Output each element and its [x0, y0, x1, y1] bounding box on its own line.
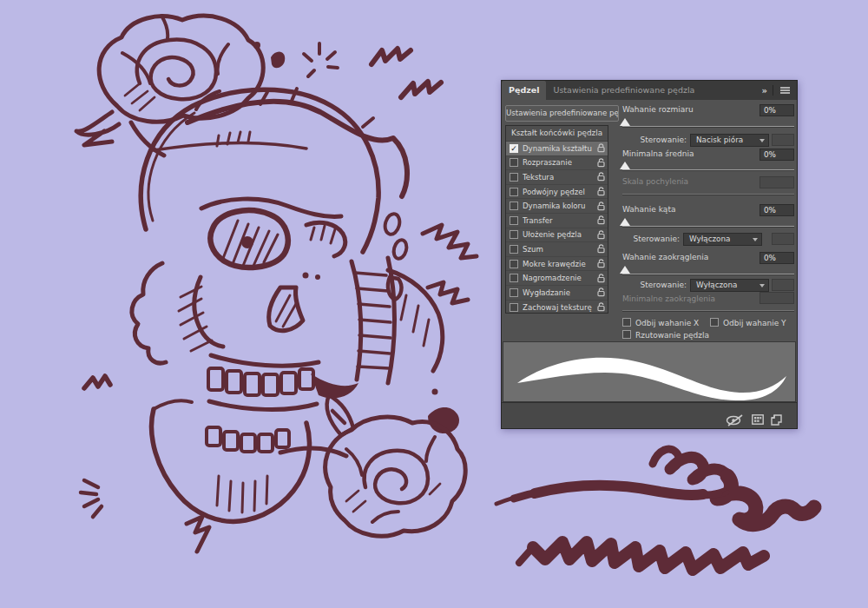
min-roundness-label: Minimalne zaokrąglenia: [622, 294, 715, 303]
size-control-extra-box: [772, 134, 794, 146]
angle-control-extra-box: [772, 233, 794, 245]
brush-tip-shape-item[interactable]: Kształt końcówki pędzla: [506, 126, 608, 142]
panel-tab-bar: Pędzel Ustawienia predefiniowane pędzla …: [502, 81, 797, 100]
checkbox[interactable]: [510, 188, 518, 196]
min-diameter-slider[interactable]: [622, 169, 794, 170]
lock-open-icon[interactable]: [597, 158, 605, 168]
list-item-noise[interactable]: Szum: [506, 242, 608, 257]
brush-projection-checkbox[interactable]: [622, 330, 631, 339]
preview-stroke: [503, 342, 795, 401]
angle-control-label: Sterowanie:: [615, 235, 680, 243]
checkbox[interactable]: [510, 245, 518, 254]
brush-preview-toggle-icon[interactable]: [726, 414, 744, 426]
flip-x-label: Odbij wahanie X: [635, 319, 699, 327]
list-item-brush-pose[interactable]: Ułożenie pędzla: [506, 228, 608, 243]
panel-bottom-bar: [502, 402, 797, 428]
list-item-color-dynamics[interactable]: Dynamika koloru: [506, 199, 608, 214]
min-roundness-slider-disabled: [622, 310, 794, 311]
min-diameter-slider-thumb[interactable]: [620, 162, 630, 169]
size-control-dropdown[interactable]: Nacisk pióra: [690, 134, 769, 147]
lock-open-icon[interactable]: [597, 287, 605, 297]
brush-test-strokes: [496, 449, 814, 570]
lock-open-icon[interactable]: [597, 187, 605, 196]
lock-open-icon[interactable]: [597, 215, 605, 225]
tab-brush[interactable]: Pędzel: [502, 81, 546, 100]
size-jitter-value[interactable]: 0%: [760, 104, 794, 116]
lock-open-icon[interactable]: [597, 302, 605, 312]
lock-closed-icon[interactable]: [597, 143, 605, 153]
list-item-protect-texture[interactable]: Zachowaj teksturę: [506, 301, 608, 315]
photoshop-canvas[interactable]: Pędzel Ustawienia predefiniowane pędzla …: [0, 0, 868, 608]
list-item-scattering[interactable]: Rozpraszanie: [506, 156, 608, 171]
panel-body: Ustawienia predefiniowane pędzla Kształt…: [502, 100, 797, 428]
brush-stroke-preview: [503, 341, 796, 402]
checkbox[interactable]: [510, 202, 518, 210]
brush-presets-button[interactable]: Ustawienia predefiniowane pędzla: [505, 105, 619, 122]
tab-brush-presets[interactable]: Ustawienia predefiniowane pędzla: [546, 81, 701, 100]
size-control-label: Sterowanie:: [622, 135, 687, 144]
list-item-transfer[interactable]: Transfer: [506, 214, 608, 228]
list-item-dual-brush[interactable]: Podwójny pędzel: [506, 185, 608, 200]
roundness-jitter-slider-thumb[interactable]: [620, 266, 630, 274]
brush-options-list: Kształt końcówki pędzla ✓ Dynamika kszta…: [505, 125, 608, 314]
size-jitter-label: Wahanie rozmiaru: [622, 105, 694, 114]
min-diameter-label: Minimalna średnia: [622, 149, 694, 158]
list-item-wet-edges[interactable]: Mokre krawędzie: [506, 257, 608, 272]
list-item-texture[interactable]: Tekstura: [506, 170, 608, 185]
angle-control-dropdown[interactable]: Wyłączona: [683, 233, 762, 246]
list-item-smoothing[interactable]: Wygładzanie: [506, 286, 608, 301]
preset-manager-icon[interactable]: [752, 414, 764, 425]
list-item-build-up[interactable]: Nagromadzenie: [506, 271, 608, 286]
roundness-jitter-value[interactable]: 0%: [760, 252, 794, 264]
size-jitter-slider-thumb[interactable]: [620, 118, 630, 126]
lock-open-icon[interactable]: [597, 274, 605, 283]
checkbox[interactable]: [510, 274, 518, 282]
checkbox[interactable]: [510, 216, 518, 225]
lock-open-icon[interactable]: [597, 202, 605, 211]
flip-y-checkbox[interactable]: [710, 318, 719, 327]
angle-jitter-slider[interactable]: [622, 226, 794, 227]
angle-jitter-slider-thumb[interactable]: [620, 218, 630, 226]
panel-menu-icon[interactable]: [779, 86, 791, 95]
list-item-shape-dynamics[interactable]: ✓ Dynamika kształtu: [506, 142, 608, 156]
collapse-panel-icon[interactable]: »: [762, 86, 766, 96]
tilt-scale-label: Skala pochylenia: [622, 177, 688, 186]
lock-open-icon[interactable]: [597, 230, 605, 240]
roundness-control-label: Sterowanie:: [622, 281, 687, 289]
checkbox-checked[interactable]: ✓: [510, 144, 518, 153]
angle-jitter-label: Wahanie kąta: [622, 205, 675, 214]
checkbox[interactable]: [510, 303, 518, 312]
min-roundness-value: [760, 292, 794, 304]
lock-open-icon[interactable]: [597, 244, 605, 254]
tilt-scale-value: [760, 176, 794, 188]
flip-y-label: Odbij wahanie Y: [723, 319, 786, 327]
min-diameter-value[interactable]: 0%: [760, 149, 794, 161]
lock-open-icon[interactable]: [597, 259, 605, 268]
checkbox[interactable]: [510, 230, 518, 239]
checkbox[interactable]: [510, 288, 518, 297]
checkbox[interactable]: [510, 158, 518, 167]
checkbox[interactable]: [510, 173, 518, 182]
brush-panel: Pędzel Ustawienia predefiniowane pędzla …: [501, 80, 798, 429]
angle-jitter-value[interactable]: 0%: [760, 204, 794, 216]
size-jitter-slider[interactable]: [622, 126, 794, 127]
brush-projection-label: Rzutowanie pędzla: [635, 331, 709, 340]
divider: [773, 85, 773, 96]
tilt-scale-slider-disabled: [622, 194, 794, 195]
roundness-control-dropdown[interactable]: Wyłączona: [690, 279, 769, 292]
roundness-jitter-label: Wahanie zaokrąglenia: [622, 253, 708, 261]
new-brush-icon[interactable]: [771, 414, 782, 426]
lock-open-icon[interactable]: [597, 172, 605, 182]
checkbox[interactable]: [510, 260, 518, 268]
roundness-jitter-slider[interactable]: [622, 274, 794, 274]
roundness-control-extra-box: [772, 279, 794, 291]
flip-x-checkbox[interactable]: [622, 318, 631, 327]
